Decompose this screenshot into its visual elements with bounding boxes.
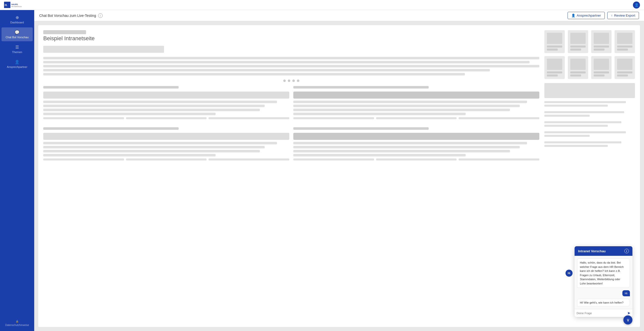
skel-line-1	[43, 57, 539, 59]
skel-search-bar	[43, 46, 164, 53]
chat-body: Hallo, schön, dass du da bist. Bei welch…	[575, 256, 632, 309]
right-lines-1	[544, 101, 635, 107]
skel-l2-4	[43, 154, 216, 156]
main-layout: ⊕ Dashboard 💬 Chat Bot Vorschau ☰ Themen…	[0, 10, 644, 331]
svg-text:HR SERVICES: HR SERVICES	[11, 6, 22, 7]
skel-l-2	[43, 105, 265, 107]
page-title: Chat Bot Vorschau zum Live-Testing	[39, 14, 96, 18]
right-lines-3	[544, 121, 635, 127]
intranet-left: Beispiel Intranetseite	[43, 30, 539, 322]
user-avatar[interactable]: 👤	[633, 2, 640, 9]
grid-thumb-2	[570, 33, 586, 44]
tag-r2-3	[459, 158, 539, 160]
grid-item-1	[544, 30, 565, 53]
grid-label-short-4	[617, 49, 628, 51]
skel-line-5	[43, 73, 465, 75]
r-line-7	[544, 131, 626, 133]
hi-bubble: Hi	[566, 270, 573, 277]
sidebar-item-ansprechpartner-label: Ansprechpartner	[7, 65, 27, 68]
skel-r2-3	[293, 150, 510, 152]
tag-l2-1	[43, 158, 124, 160]
grid-label-short-8	[617, 74, 628, 76]
grid-label-5	[547, 71, 562, 73]
spacer	[43, 119, 289, 125]
tag-l2-2	[126, 158, 207, 160]
skel-r2-2	[293, 146, 520, 148]
grid-thumb-1	[547, 33, 562, 44]
grid-label-short-6	[570, 74, 581, 76]
skel-l-3	[43, 109, 260, 111]
grid-label-6	[570, 71, 586, 73]
skel-line-4	[43, 69, 490, 71]
section-header-left	[43, 86, 179, 89]
chat-send-button[interactable]: ➤	[627, 311, 630, 315]
chat-bot-message-2: Hi! Wie geht's, wie kann ich helfen?	[577, 299, 630, 306]
send-icon: ➤	[627, 311, 630, 315]
tag-r-2	[376, 117, 457, 119]
page-header-left: Chat Bot Vorschau zum Live-Testing i	[39, 13, 103, 18]
chat-input[interactable]	[577, 312, 626, 315]
chat-fab-button[interactable]: ∨	[623, 315, 632, 324]
intranet-content: Beispiel Intranetseite	[38, 25, 640, 327]
skel-r2-1	[293, 142, 527, 144]
grid-thumb-6	[570, 59, 586, 70]
r-line-8	[544, 135, 590, 137]
right-lines-5	[544, 141, 635, 147]
tag-r-3	[459, 117, 539, 119]
content-area: Chat Bot Vorschau zum Live-Testing i 👤 A…	[34, 10, 644, 331]
sidebar-item-dashboard[interactable]: ⊕ Dashboard	[2, 13, 33, 26]
intranet-frame: Beispiel Intranetseite	[38, 25, 640, 327]
card-right-1	[293, 92, 539, 99]
section-header-left-2	[43, 127, 179, 130]
datenschutz-icon: 🔒	[16, 320, 19, 323]
grid-thumb-5	[547, 59, 562, 70]
skel-header-line	[43, 30, 86, 34]
grid-item-8	[615, 56, 635, 79]
grid-item-5	[544, 56, 565, 79]
small-lines-right	[293, 117, 539, 119]
preview-area: Beispiel Intranetseite	[34, 21, 644, 331]
grid-label-7	[594, 71, 609, 73]
tag-l-2	[126, 117, 207, 119]
review-export-button[interactable]: ↑ Review Export	[607, 12, 639, 19]
chat-header-title: Intranet Vorschau	[578, 249, 606, 253]
skel-r-4	[293, 113, 466, 115]
grid-item-3	[591, 30, 612, 53]
skel-l-1	[43, 101, 277, 103]
grid-label-short-7	[594, 74, 605, 76]
themen-icon: ☰	[15, 45, 19, 50]
page-header: Chat Bot Vorschau zum Live-Testing i 👤 A…	[34, 10, 644, 21]
grid-label-short-1	[547, 49, 558, 51]
grid-label-2	[570, 46, 586, 48]
skel-r-1	[293, 101, 527, 103]
sidebar-item-themen[interactable]: ☰ Themen	[2, 42, 33, 56]
skel-r-3	[293, 109, 510, 111]
top-grid	[544, 30, 635, 79]
grid-label-short-2	[570, 49, 581, 51]
card-right-2	[293, 133, 539, 140]
grid-label-3	[594, 46, 609, 48]
sidebar-item-ansprechpartner[interactable]: 👤 Ansprechpartner	[2, 57, 33, 71]
dot-1	[283, 79, 286, 82]
r-line-9	[544, 141, 621, 143]
contact-icon: 👤	[571, 14, 575, 17]
info-icon[interactable]: i	[98, 13, 103, 18]
tag-r2-1	[293, 158, 374, 160]
svg-text:H.: H.	[5, 4, 8, 7]
grid-item-4	[615, 30, 635, 53]
dot-2	[288, 79, 290, 82]
ansprechpartner-button[interactable]: 👤 Ansprechpartner	[568, 12, 605, 19]
skel-r-2	[293, 105, 520, 107]
skel-line-2	[43, 61, 530, 63]
grid-label-1	[547, 46, 562, 48]
small-lines-right-2	[293, 158, 539, 160]
r-line-4	[544, 115, 590, 117]
chat-info-icon[interactable]: i	[624, 249, 629, 253]
section-header-right	[293, 86, 429, 89]
sidebar-bottom-datenschutz[interactable]: 🔒 Datenschutzhinweise	[0, 317, 34, 329]
spacer-r1	[544, 109, 635, 111]
right-banner	[544, 83, 635, 98]
r-line-10	[544, 145, 608, 147]
sidebar-item-chatbot[interactable]: 💬 Chat Bot Vorschau	[2, 27, 33, 41]
card-left-2	[43, 133, 289, 140]
